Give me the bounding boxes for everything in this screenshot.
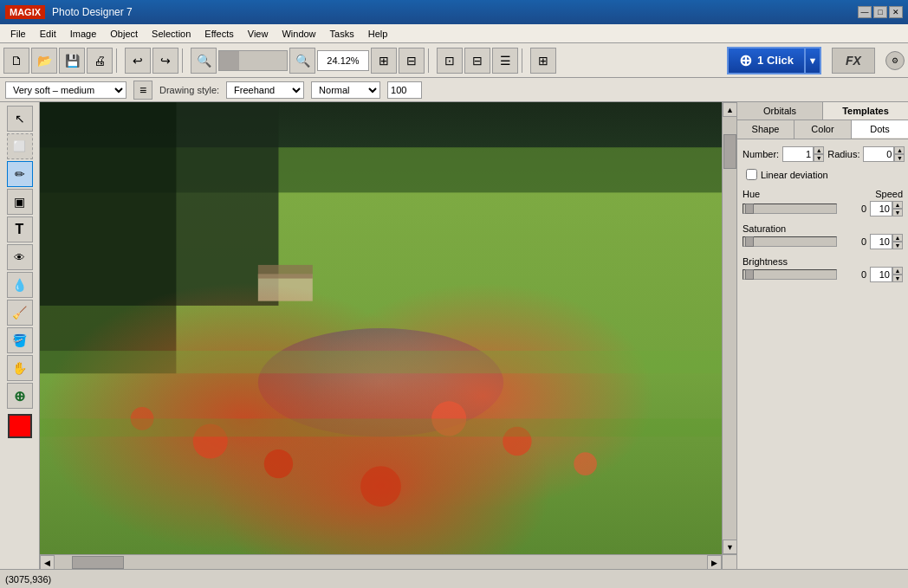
fx-button[interactable]: FX (832, 48, 875, 74)
brightness-speed-up[interactable]: ▲ (892, 267, 903, 275)
saturation-speed-input[interactable] (870, 234, 892, 249)
hue-speed-arrows[interactable]: ▲ ▼ (892, 201, 903, 216)
menu-window[interactable]: Window (275, 24, 322, 42)
hue-slider-handle[interactable] (745, 204, 754, 214)
opacity-input[interactable] (387, 81, 422, 99)
scroll-track-vertical[interactable] (723, 117, 736, 540)
hue-speed-spinbox[interactable]: ▲ ▼ (870, 201, 903, 216)
radius-spin-up[interactable]: ▲ (894, 146, 905, 154)
text-tool[interactable]: T (7, 216, 33, 242)
eraser-tool[interactable]: 🧹 (7, 300, 33, 326)
linear-deviation-row[interactable]: Linear deviation (743, 169, 903, 180)
scroll-thumb-horizontal[interactable] (72, 556, 124, 569)
menu-help[interactable]: Help (361, 24, 395, 42)
brush-preset-select[interactable]: Very soft – medium (5, 81, 126, 99)
radius-spinbox[interactable]: ▲ ▼ (863, 146, 905, 162)
hue-speed-up[interactable]: ▲ (892, 201, 903, 209)
number-spin-arrows[interactable]: ▲ ▼ (814, 146, 824, 162)
canvas-image[interactable] (40, 102, 722, 554)
saturation-speed-arrows[interactable]: ▲ ▼ (892, 234, 903, 249)
brush-tool[interactable]: ✏ (7, 161, 33, 187)
eye-tool[interactable]: 👁 (7, 244, 33, 270)
radius-spin-down[interactable]: ▼ (894, 154, 905, 162)
zoom-fit-button[interactable]: ⊞ (371, 48, 397, 74)
one-click-button[interactable]: ⊕ 1 Click (727, 47, 806, 74)
save-button[interactable]: 💾 (59, 48, 85, 74)
fx2-button[interactable]: ⊟ (464, 48, 490, 74)
tab-orbitals[interactable]: Orbitals (737, 102, 823, 120)
number-spin-up[interactable]: ▲ (814, 146, 824, 154)
radius-spin-arrows[interactable]: ▲ ▼ (894, 146, 905, 162)
minimize-button[interactable]: — (858, 6, 872, 18)
hue-speed-down[interactable]: ▼ (892, 209, 903, 216)
saturation-slider[interactable] (743, 236, 837, 247)
menu-image[interactable]: Image (63, 24, 104, 42)
linear-deviation-checkbox[interactable] (746, 169, 757, 180)
fill-tool[interactable]: 🪣 (7, 327, 33, 353)
foreground-color-swatch[interactable] (8, 414, 32, 438)
brightness-speed-input[interactable] (870, 267, 892, 282)
zoom-out-button[interactable]: 🔍 (191, 48, 217, 74)
tab-templates[interactable]: Templates (823, 102, 908, 120)
maximize-button[interactable]: □ (873, 6, 887, 18)
settings-circle-button[interactable]: ⚙ (885, 51, 905, 70)
drawing-style-select[interactable]: Freehand (226, 81, 304, 99)
menu-object[interactable]: Object (103, 24, 145, 42)
blend-mode-select[interactable]: Normal (311, 81, 380, 99)
menu-view[interactable]: View (241, 24, 276, 42)
scroll-left-button[interactable]: ◀ (40, 555, 55, 569)
vertical-scrollbar[interactable]: ▲ ▼ (722, 102, 736, 554)
open-button[interactable]: 📂 (31, 48, 57, 74)
clone-tool[interactable]: ⊕ (7, 383, 33, 409)
canvas-area[interactable]: ▲ ▼ ◀ ▶ (40, 102, 736, 569)
menu-tasks[interactable]: Tasks (323, 24, 361, 42)
print-button[interactable]: 🖨 (87, 48, 113, 74)
close-button[interactable]: ✕ (889, 6, 903, 18)
undo-button[interactable]: ↩ (125, 48, 151, 74)
brightness-speed-arrows[interactable]: ▲ ▼ (892, 267, 903, 282)
saturation-speed-down[interactable]: ▼ (892, 242, 903, 249)
number-input[interactable] (782, 146, 814, 162)
radius-input[interactable] (863, 146, 894, 162)
horizontal-scrollbar[interactable]: ◀ ▶ (40, 554, 722, 569)
scroll-track-horizontal[interactable] (55, 555, 707, 569)
tab-dots[interactable]: Dots (852, 120, 908, 139)
dropper-tool[interactable]: 💧 (7, 272, 33, 298)
brightness-speed-spinbox[interactable]: ▲ ▼ (870, 267, 903, 282)
brightness-speed-down[interactable]: ▼ (892, 275, 903, 282)
pointer-tool[interactable]: ↖ (7, 106, 33, 132)
menu-edit[interactable]: Edit (33, 24, 63, 42)
select-tool-button[interactable]: ⊞ (530, 48, 556, 74)
scroll-thumb-vertical[interactable] (723, 134, 736, 169)
brush-settings-button[interactable]: ≡ (133, 81, 152, 100)
tab-shape[interactable]: Shape (737, 120, 794, 139)
zoom-value-display[interactable]: 24.12% (317, 50, 369, 71)
brightness-slider-handle[interactable] (745, 269, 754, 280)
smudge-tool[interactable]: ✋ (7, 355, 33, 381)
fx3-button[interactable]: ☰ (492, 48, 518, 74)
one-click-dropdown[interactable]: ▼ (806, 47, 821, 74)
menu-selection[interactable]: Selection (145, 24, 198, 42)
fx1-button[interactable]: ⊡ (437, 48, 463, 74)
hue-slider[interactable] (743, 204, 837, 214)
select-rect-tool[interactable]: ⬜ (7, 133, 33, 159)
stamp-tool[interactable]: ▣ (7, 189, 33, 215)
scroll-down-button[interactable]: ▼ (723, 540, 736, 554)
menu-file[interactable]: File (3, 24, 33, 42)
zoom-slider[interactable] (218, 50, 288, 71)
saturation-speed-spinbox[interactable]: ▲ ▼ (870, 234, 903, 249)
scroll-up-button[interactable]: ▲ (723, 102, 736, 117)
brightness-slider[interactable] (743, 269, 837, 280)
number-spinbox[interactable]: ▲ ▼ (782, 146, 824, 162)
saturation-slider-handle[interactable] (745, 236, 754, 247)
redo-button[interactable]: ↪ (152, 48, 178, 74)
new-button[interactable]: 🗋 (3, 48, 29, 74)
tab-color[interactable]: Color (794, 120, 852, 139)
scroll-right-button[interactable]: ▶ (707, 555, 722, 569)
saturation-speed-up[interactable]: ▲ (892, 234, 903, 242)
hue-speed-input[interactable] (870, 201, 892, 216)
number-spin-down[interactable]: ▼ (814, 154, 824, 162)
menu-effects[interactable]: Effects (198, 24, 240, 42)
zoom-100-button[interactable]: ⊟ (399, 48, 425, 74)
zoom-in-button[interactable]: 🔍 (289, 48, 315, 74)
